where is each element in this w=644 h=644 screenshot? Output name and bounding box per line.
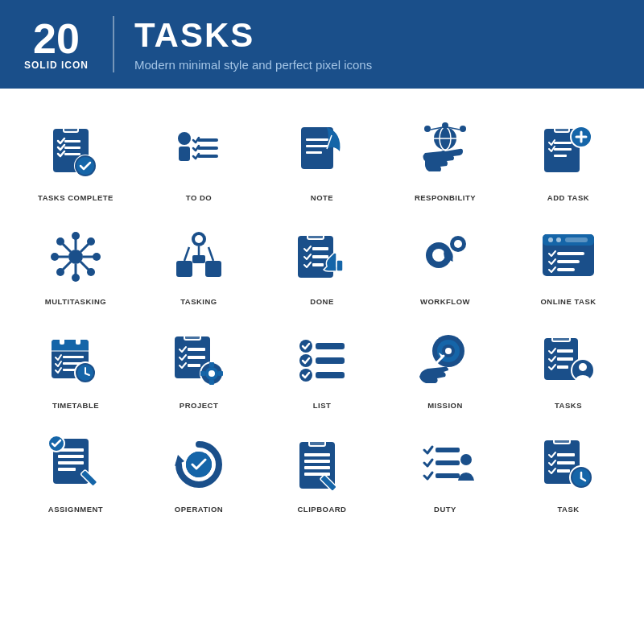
svg-rect-123 [557,357,573,361]
svg-rect-87 [63,356,84,358]
svg-rect-148 [436,460,460,465]
svg-line-55 [184,247,189,261]
icon-label-operation: OPERATION [175,505,223,514]
svg-point-49 [56,237,64,246]
svg-point-47 [51,253,59,261]
svg-rect-67 [336,260,343,271]
header-number: 20 [33,18,80,60]
svg-rect-103 [209,362,214,367]
header-subtitle: Modern minimal style and perfect pixel i… [134,58,372,72]
svg-rect-62 [308,233,324,239]
svg-rect-4 [64,147,80,149]
svg-rect-81 [557,268,575,271]
icon-cell-clipboard: CLIPBOARD [262,424,382,520]
svg-point-24 [442,122,448,129]
svg-rect-104 [209,380,214,385]
svg-point-126 [579,363,587,371]
svg-point-23 [460,126,466,132]
svg-rect-142 [304,460,330,463]
task-icon [536,432,601,497]
svg-line-56 [208,247,213,261]
svg-rect-78 [565,237,588,242]
svg-rect-129 [58,455,84,458]
svg-line-43 [80,244,89,252]
icon-label-workflow: WORKFLOW [420,297,470,306]
svg-rect-17 [306,151,322,154]
icon-label-add-task: ADD TASK [547,193,589,202]
workflow-icon [413,225,477,289]
done-icon [290,225,354,289]
icon-cell-to-do: TO DO [139,113,258,208]
svg-rect-105 [200,371,205,376]
svg-rect-86 [76,335,80,345]
icon-label-list: LIST [313,401,332,410]
icon-label-online-task: ONLINE TASK [540,297,596,306]
svg-point-45 [72,232,80,240]
icon-cell-operation: OPERATION [139,424,258,520]
icon-label-tasks-complete: TASKS COMPLETE [38,193,114,202]
svg-rect-112 [316,372,345,378]
svg-point-54 [195,235,203,243]
svg-point-51 [87,237,95,246]
svg-rect-155 [557,461,575,464]
svg-point-102 [208,370,215,377]
svg-rect-79 [557,252,584,255]
svg-rect-80 [557,260,580,263]
icon-label-mission: MISSION [427,401,463,410]
svg-rect-5 [64,153,80,155]
svg-rect-32 [554,155,567,157]
project-icon [167,328,231,393]
svg-point-52 [56,268,64,276]
clipboard-icon [290,432,354,497]
icon-label-project: PROJECT [180,401,218,410]
svg-point-46 [72,274,80,282]
icon-cell-project: PROJECT [139,320,258,416]
svg-rect-58 [205,261,221,277]
icon-cell-tasks-complete: TASKS COMPLETE [16,113,135,208]
svg-rect-154 [557,453,575,456]
icon-cell-tasks: TASKS [509,320,628,416]
svg-rect-106 [218,371,223,376]
svg-line-41 [63,244,71,252]
icon-cell-responsibility: RESPONBILITY [386,113,505,208]
icon-label-clipboard: CLIPBOARD [298,505,347,514]
icon-label-note: NOTE [311,193,333,202]
header-divider [113,16,114,72]
duty-icon [413,432,477,497]
svg-rect-12 [197,147,218,150]
header-solid-label: SOLID ICON [24,60,89,71]
svg-rect-30 [554,142,572,144]
svg-rect-99 [188,364,200,367]
header: 20 SOLID ICON TASKS Modern minimal style… [0,0,644,89]
icon-cell-multitasking: MULTITASKING [16,217,135,312]
icon-label-tasks: TASKS [555,401,582,410]
icon-cell-tasking: TASKING [139,217,258,312]
svg-rect-152 [554,437,570,444]
header-title: TASKS [134,17,372,54]
svg-rect-110 [316,357,345,364]
svg-rect-66 [312,263,324,266]
svg-point-150 [460,454,472,465]
svg-point-76 [548,237,553,242]
online-task-icon [536,225,601,289]
svg-point-50 [87,268,95,276]
header-text: TASKS Modern minimal style and perfect p… [134,17,372,71]
svg-rect-3 [64,140,80,142]
list-icon [290,328,354,393]
svg-rect-156 [557,469,570,473]
svg-point-48 [93,253,101,261]
svg-point-116 [445,348,452,354]
svg-line-42 [80,262,89,270]
icon-cell-mission: MISSION [386,320,505,416]
svg-rect-16 [306,145,328,147]
svg-marker-134 [82,487,89,490]
icon-cell-assignment: ASSIGNMENT [16,424,135,520]
icon-cell-list: LIST [262,320,382,416]
svg-rect-11 [197,138,218,142]
timetable-icon [43,328,108,393]
svg-rect-95 [184,333,200,340]
svg-rect-147 [436,448,460,452]
svg-rect-149 [436,473,460,478]
svg-rect-85 [60,335,64,345]
svg-rect-64 [312,247,328,250]
